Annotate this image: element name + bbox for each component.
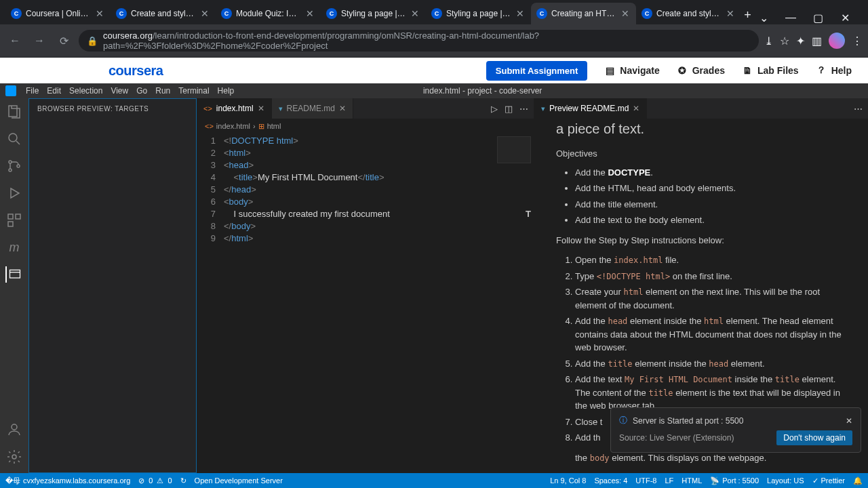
menu-terminal[interactable]: Terminal bbox=[174, 86, 213, 96]
svg-rect-7 bbox=[8, 222, 13, 226]
coursera-favicon: C bbox=[116, 8, 127, 19]
eol-status[interactable]: LF bbox=[665, 476, 673, 485]
browser-preview-icon[interactable] bbox=[5, 266, 22, 283]
objectives-label: Objectives bbox=[556, 147, 846, 161]
more-icon[interactable]: ⋯ bbox=[519, 104, 528, 114]
debug-icon[interactable] bbox=[6, 185, 22, 201]
editor-tab[interactable]: <>index.html✕ bbox=[197, 98, 272, 119]
browser-tab[interactable]: CStyling a page | Cours✕ bbox=[321, 3, 426, 24]
menu-icon[interactable]: ⋮ bbox=[852, 35, 863, 47]
chevron-down-icon[interactable]: ⌄ bbox=[754, 12, 773, 24]
file-icon: ▾ bbox=[541, 104, 545, 113]
svg-rect-5 bbox=[8, 214, 13, 219]
close-tab-icon[interactable]: ✕ bbox=[515, 8, 526, 19]
coursera-favicon: C bbox=[431, 8, 442, 19]
lock-icon: 🔒 bbox=[87, 36, 98, 46]
editor-tabs-right: ▾Preview README.md✕ ⋯ bbox=[534, 98, 868, 119]
svg-point-1 bbox=[9, 134, 17, 142]
close-tab-icon[interactable]: ✕ bbox=[725, 8, 736, 19]
search-icon[interactable] bbox=[6, 131, 22, 147]
encoding-status[interactable]: UTF-8 bbox=[635, 476, 656, 485]
minimap[interactable] bbox=[497, 136, 531, 163]
run-icon[interactable]: ▷ bbox=[491, 104, 498, 114]
minimize-button[interactable]: — bbox=[781, 12, 800, 24]
close-tab-icon[interactable]: ✕ bbox=[258, 104, 264, 113]
forward-button[interactable]: → bbox=[30, 31, 49, 50]
vscode-menu-bar: FileEditSelectionViewGoRunTerminalHelp i… bbox=[0, 83, 868, 98]
window-title: index.html - project - code-server bbox=[241, 86, 724, 96]
dont-show-again-button[interactable]: Don't show again bbox=[776, 430, 852, 445]
close-window-button[interactable]: ✕ bbox=[835, 12, 854, 24]
menu-view[interactable]: View bbox=[106, 86, 132, 96]
problems-indicator[interactable]: ⊘0⚠0 bbox=[138, 476, 172, 485]
indent-status[interactable]: Spaces: 4 bbox=[594, 476, 627, 485]
browser-tab[interactable]: CCreate and style a we✕ bbox=[111, 3, 216, 24]
explorer-icon[interactable] bbox=[6, 104, 22, 120]
meta-icon[interactable]: m bbox=[6, 239, 22, 256]
close-tab-icon[interactable]: ✕ bbox=[339, 104, 346, 113]
svg-point-4 bbox=[17, 165, 20, 167]
editor-tabs-left: <>index.html✕▾README.md✕ ▷ ◫ ⋯ bbox=[197, 98, 534, 119]
new-tab-button[interactable]: + bbox=[741, 5, 754, 24]
cursor-position[interactable]: Ln 9, Col 8 bbox=[550, 476, 586, 485]
maximize-button[interactable]: ▢ bbox=[808, 12, 827, 24]
coursera-logo[interactable]: coursera bbox=[108, 63, 163, 79]
menu-file[interactable]: File bbox=[22, 86, 43, 96]
toast-close-button[interactable]: ✕ bbox=[846, 416, 852, 426]
extensions-icon[interactable]: ✦ bbox=[796, 35, 805, 47]
reload-button[interactable]: ⟳ bbox=[54, 31, 73, 50]
toast-source: Source: Live Server (Extension) bbox=[619, 433, 734, 443]
back-button[interactable]: ← bbox=[5, 31, 24, 50]
submit-assignment-button[interactable]: Submit Assignment bbox=[486, 61, 588, 81]
menu-run[interactable]: Run bbox=[151, 86, 174, 96]
grades-link[interactable]: ✪Grades bbox=[676, 64, 725, 77]
lab-files-link[interactable]: 🗎Lab Files bbox=[741, 64, 799, 77]
install-icon[interactable]: ⤓ bbox=[764, 35, 773, 47]
profile-avatar[interactable] bbox=[829, 33, 845, 49]
file-icon: ▾ bbox=[279, 104, 283, 113]
code-editor[interactable]: 123456789 <!DOCTYPE html><html><head> <t… bbox=[197, 134, 534, 473]
settings-icon[interactable] bbox=[6, 449, 22, 465]
extensions-activity-icon[interactable] bbox=[6, 212, 22, 228]
port-status[interactable]: 📡 Port : 5500 bbox=[710, 476, 759, 485]
browser-tab[interactable]: CCreate and style a we✕ bbox=[636, 3, 741, 24]
files-icon: 🗎 bbox=[741, 64, 753, 77]
menu-selection[interactable]: Selection bbox=[65, 86, 106, 96]
bookmark-icon[interactable]: ☆ bbox=[780, 35, 789, 47]
prettier-status[interactable]: ✓ Prettier bbox=[812, 476, 845, 485]
close-tab-icon[interactable]: ✕ bbox=[94, 8, 105, 19]
browser-tab[interactable]: CCreating an HTML Do✕ bbox=[531, 3, 636, 24]
feedback-icon[interactable]: 🔔 bbox=[853, 476, 863, 485]
source-control-icon[interactable] bbox=[6, 158, 22, 174]
browser-tab[interactable]: CModule Quiz: Introdu✕ bbox=[216, 3, 321, 24]
help-link[interactable]: ？Help bbox=[815, 64, 852, 77]
language-status[interactable]: HTML bbox=[682, 476, 702, 485]
menu-edit[interactable]: Edit bbox=[43, 86, 65, 96]
close-tab-icon[interactable]: ✕ bbox=[633, 104, 639, 113]
browser-tab[interactable]: CCoursera | Online Cou✕ bbox=[5, 3, 111, 24]
close-tab-icon[interactable]: ✕ bbox=[410, 8, 420, 19]
browser-tab[interactable]: CStyling a page | Cours✕ bbox=[426, 3, 531, 24]
menu-help[interactable]: Help bbox=[214, 86, 239, 96]
window-controls: ⌄ — ▢ ✕ bbox=[754, 12, 863, 24]
svg-point-9 bbox=[12, 424, 17, 430]
menu-go[interactable]: Go bbox=[132, 86, 151, 96]
coursera-favicon: C bbox=[221, 8, 232, 19]
dev-server-status[interactable]: Open Development Server bbox=[195, 476, 283, 485]
editor-tab[interactable]: ▾Preview README.md✕ bbox=[534, 98, 647, 119]
remote-host[interactable]: �母 cvxfyezskamw.labs.coursera.org bbox=[5, 476, 130, 486]
editor-tab[interactable]: ▾README.md✕ bbox=[272, 98, 353, 119]
navigate-link[interactable]: ▤Navigate bbox=[604, 64, 659, 77]
toast-message: Server is Started at port : 5500 bbox=[633, 416, 743, 426]
account-icon[interactable] bbox=[6, 422, 22, 438]
sync-icon[interactable]: ↻ bbox=[180, 476, 186, 485]
split-icon[interactable]: ◫ bbox=[505, 104, 513, 114]
sidepanel-icon[interactable]: ▥ bbox=[812, 35, 822, 47]
more-icon[interactable]: ⋯ bbox=[854, 104, 863, 114]
close-tab-icon[interactable]: ✕ bbox=[199, 8, 210, 19]
breadcrumb[interactable]: <> index.html › ⊞ html bbox=[197, 119, 534, 134]
close-tab-icon[interactable]: ✕ bbox=[304, 8, 315, 19]
close-tab-icon[interactable]: ✕ bbox=[620, 8, 631, 19]
layout-status[interactable]: Layout: US bbox=[767, 476, 804, 485]
url-input[interactable]: 🔒 coursera.org/learn/introduction-to-fro… bbox=[79, 30, 759, 52]
